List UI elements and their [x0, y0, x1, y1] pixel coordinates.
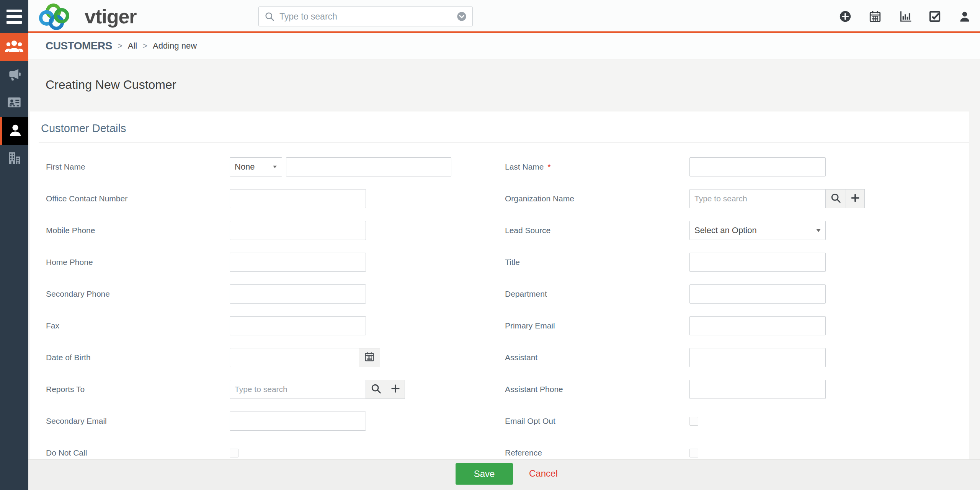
office-contact-number-input[interactable]: [230, 189, 366, 208]
form-row-email-opt-out: Email Opt Out: [505, 412, 969, 431]
field-label: Home Phone: [46, 258, 230, 267]
form-row-secondary-phone: Secondary Phone: [46, 284, 505, 304]
app-sidebar: [0, 33, 28, 490]
form-action-bar: Save Cancel: [28, 459, 980, 490]
assistant-phone-input[interactable]: [689, 380, 826, 399]
user-icon[interactable]: [958, 10, 972, 23]
vtiger-logo-icon: [36, 3, 82, 30]
field-label: Organization Name: [505, 194, 689, 203]
field-label: Assistant: [505, 353, 689, 362]
breadcrumb: CUSTOMERS > All > Adding new: [28, 33, 980, 59]
page-title: Creating New Customer: [46, 78, 176, 92]
customer-details-card: Customer Details First NameNoneOffice Co…: [29, 111, 969, 490]
plus-icon: [390, 383, 401, 395]
organization-name-search-input[interactable]: [689, 189, 826, 208]
sidebar-item-organizations[interactable]: [0, 145, 28, 173]
form-row-home-phone: Home Phone: [46, 253, 505, 272]
search-icon: [264, 11, 275, 22]
reference-checkbox[interactable]: [689, 449, 698, 457]
field-label: Email Opt Out: [505, 416, 689, 426]
users-group-icon: [5, 39, 23, 56]
field-label: Secondary Email: [46, 416, 230, 426]
form-row-first-name: First NameNone: [46, 157, 505, 176]
global-search-input[interactable]: [279, 11, 456, 22]
last-name-input[interactable]: [689, 157, 826, 176]
organization-name-add-button[interactable]: [846, 189, 865, 208]
field-label: Last Name*: [505, 162, 689, 172]
field-label: First Name: [46, 162, 230, 172]
form-row-assistant: Assistant: [505, 348, 969, 367]
megaphone-icon: [7, 67, 21, 83]
field-label: Date of Birth: [46, 353, 230, 362]
logo-text: vtiger: [85, 5, 137, 28]
cancel-button[interactable]: Cancel: [529, 468, 558, 479]
date-of-birth-calendar-button[interactable]: [359, 348, 380, 367]
section-divider: [39, 142, 969, 143]
reports-to-search-input[interactable]: [230, 380, 366, 399]
secondary-email-input[interactable]: [230, 412, 366, 431]
salutation-select[interactable]: None: [230, 157, 282, 176]
sidebar-item-contacts-group[interactable]: [0, 33, 28, 61]
organization-name-search-button[interactable]: [826, 189, 846, 208]
first-name-input[interactable]: [286, 157, 451, 176]
mobile-phone-input[interactable]: [230, 221, 366, 240]
breadcrumb-item-all[interactable]: All: [128, 41, 137, 51]
plus-icon: [850, 193, 861, 205]
title-input[interactable]: [689, 253, 826, 272]
primary-email-input[interactable]: [689, 316, 826, 335]
field-label: Assistant Phone: [505, 385, 689, 394]
field-label: Primary Email: [505, 321, 689, 330]
sidebar-item-customers[interactable]: [0, 117, 28, 145]
form-row-assistant-phone: Assistant Phone: [505, 380, 969, 399]
required-asterisk: *: [548, 162, 551, 171]
field-label: Office Contact Number: [46, 194, 230, 203]
home-phone-input[interactable]: [230, 253, 366, 272]
form-row-organization-name: Organization Name: [505, 189, 969, 208]
form-row-primary-email: Primary Email: [505, 316, 969, 335]
chevron-down-icon: [273, 166, 277, 168]
vtiger-logo: vtiger: [36, 3, 137, 30]
form-row-fax: Fax: [46, 316, 505, 335]
person-icon: [8, 122, 23, 139]
calendar-icon: [364, 351, 375, 364]
reports-to-search-button[interactable]: [366, 380, 386, 399]
form-row-reports-to: Reports To: [46, 380, 505, 399]
reports-to-add-button[interactable]: [386, 380, 405, 399]
secondary-phone-input[interactable]: [230, 284, 366, 304]
form-row-last-name: Last Name*: [505, 157, 969, 176]
field-label: Lead Source: [505, 226, 689, 235]
breadcrumb-module[interactable]: CUSTOMERS: [46, 40, 112, 52]
field-label: Department: [505, 289, 689, 299]
field-label: Secondary Phone: [46, 289, 230, 299]
search-scope-chevron-icon[interactable]: [456, 11, 467, 22]
form-row-office-contact-number: Office Contact Number: [46, 189, 505, 208]
hamburger-menu-icon[interactable]: [0, 0, 28, 33]
plus-circle-icon[interactable]: [838, 10, 852, 23]
breadcrumb-separator: >: [142, 41, 147, 51]
search-icon: [830, 192, 841, 205]
form-row-lead-source: Lead SourceSelect an Option: [505, 221, 969, 240]
sidebar-item-contact-cards[interactable]: [0, 89, 28, 117]
page-right-gutter: [969, 59, 980, 490]
form-row-title: Title: [505, 253, 969, 272]
form-row-mobile-phone: Mobile Phone: [46, 221, 505, 240]
email-opt-out-checkbox[interactable]: [689, 417, 698, 426]
lead-source-select[interactable]: Select an Option: [689, 221, 826, 240]
check-square-icon[interactable]: [928, 10, 942, 23]
date-of-birth-input[interactable]: [230, 348, 359, 367]
field-label: Reference: [505, 448, 689, 457]
save-button[interactable]: Save: [456, 463, 513, 485]
section-title: Customer Details: [41, 122, 969, 135]
breadcrumb-separator: >: [118, 41, 122, 51]
department-input[interactable]: [689, 284, 826, 304]
chevron-down-icon: [816, 229, 821, 232]
fax-input[interactable]: [230, 316, 366, 335]
building-icon: [7, 150, 22, 167]
assistant-input[interactable]: [689, 348, 826, 367]
calendar-icon[interactable]: [868, 10, 882, 23]
sidebar-item-campaigns[interactable]: [0, 61, 28, 89]
field-label: Reports To: [46, 385, 230, 394]
form-row-secondary-email: Secondary Email: [46, 412, 505, 431]
bar-chart-icon[interactable]: [898, 10, 912, 23]
do-not-call-checkbox[interactable]: [230, 449, 238, 457]
